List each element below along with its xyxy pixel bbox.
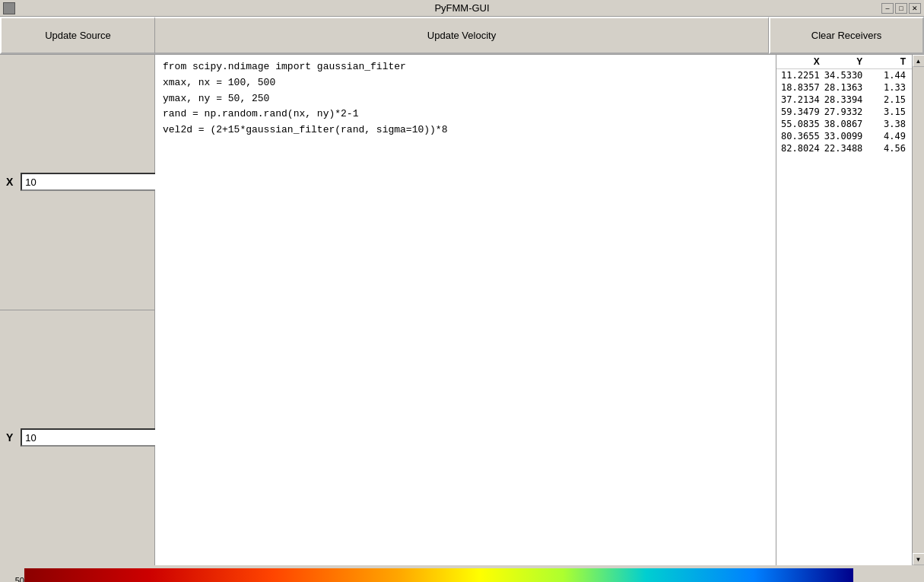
window-controls: – □ ✕ <box>881 3 921 14</box>
code-panel: from scipy.ndimage import gaussian_filte… <box>155 55 776 565</box>
table-row[interactable]: 59.347927.93323.15 <box>776 106 912 118</box>
cell-x-3: 59.3479 <box>780 107 823 117</box>
table-row[interactable]: 37.213428.33942.15 <box>776 94 912 106</box>
x-coord-row: X <box>0 55 154 310</box>
y-input[interactable] <box>21 428 157 447</box>
update-velocity-button[interactable]: Update Velocity <box>155 17 769 54</box>
col-x-header: X <box>780 56 823 67</box>
table-row[interactable]: 55.083538.08673.38 <box>776 118 912 130</box>
titlebar: PyFMM-GUI – □ ✕ <box>0 0 924 17</box>
col-t-header: T <box>865 56 909 67</box>
receivers-panel: X Y T 11.225134.53301.4418.835728.13631.… <box>776 55 924 565</box>
table-row[interactable]: 82.802422.34884.56 <box>776 142 912 154</box>
table-body: 11.225134.53301.4418.835728.13631.3337.2… <box>776 69 912 154</box>
table-row[interactable]: 80.365533.00994.49 <box>776 130 912 142</box>
cell-t-3: 3.15 <box>865 107 909 117</box>
minimize-button[interactable]: – <box>881 3 894 14</box>
cell-x-0: 11.2251 <box>780 70 823 81</box>
cell-t-0: 1.44 <box>865 70 909 81</box>
clear-receivers-button[interactable]: Clear Receivers <box>769 17 924 54</box>
x-input[interactable] <box>21 173 157 191</box>
cell-t-1: 1.33 <box>865 82 909 93</box>
y-axis: 0 10 20 30 40 50 <box>0 576 24 582</box>
plot-container: 0.3 0.6 0.9 1.2 1.5 1.8 2.1 <box>24 568 853 582</box>
table-row[interactable]: 18.835728.13631.33 <box>776 81 912 94</box>
scroll-up[interactable]: ▲ <box>913 55 925 67</box>
cell-t-4: 3.38 <box>865 119 909 129</box>
scroll-down[interactable]: ▼ <box>913 553 925 565</box>
cell-x-1: 18.8357 <box>780 82 823 93</box>
main-plot[interactable]: 0.3 0.6 0.9 1.2 1.5 1.8 2.1 <box>24 568 853 582</box>
window-title: PyFMM-GUI <box>434 2 489 14</box>
cell-t-5: 4.49 <box>865 131 909 142</box>
table-row[interactable]: 11.225134.53301.44 <box>776 69 912 81</box>
colorbar-container: 10 12 14 16 18 20 22 <box>853 568 905 582</box>
cell-x-2: 37.2134 <box>780 94 823 105</box>
cell-y-0: 34.5330 <box>823 70 866 81</box>
table-header: X Y T <box>776 55 912 69</box>
maximize-button[interactable]: □ <box>895 3 907 14</box>
cell-y-4: 38.0867 <box>823 119 866 129</box>
receivers-table: X Y T 11.225134.53301.4418.835728.13631.… <box>776 55 912 565</box>
cell-y-3: 27.9332 <box>823 107 866 117</box>
window-icon <box>3 2 15 14</box>
y-coord-row: Y <box>0 310 154 566</box>
y-label: Y <box>6 431 13 444</box>
chart-with-axes: 0 10 20 30 40 50 <box>0 568 853 582</box>
chart-area: 0 10 20 30 40 50 <box>0 565 924 582</box>
y-tick-50: 50 <box>0 576 24 582</box>
col-y-header: Y <box>823 56 866 67</box>
x-label: X <box>6 176 13 188</box>
cell-x-4: 55.0835 <box>780 119 823 129</box>
cell-t-6: 4.56 <box>865 143 909 154</box>
cell-y-6: 22.3488 <box>823 143 866 154</box>
main-content: X Y from scipy.ndimage import gaussian_f… <box>0 55 924 565</box>
cell-x-5: 80.3655 <box>780 131 823 142</box>
cell-y-2: 28.3394 <box>823 94 866 105</box>
cell-y-5: 33.0099 <box>823 131 866 142</box>
left-panel: X Y <box>0 55 155 565</box>
scrollbar[interactable]: ▲ ▼ <box>912 55 924 565</box>
heatmap-bg <box>24 568 853 582</box>
cell-y-1: 28.1363 <box>823 82 866 93</box>
toolbar: Update Source Update Velocity Clear Rece… <box>0 17 924 55</box>
cell-x-6: 82.8024 <box>780 143 823 154</box>
close-button[interactable]: ✕ <box>909 3 921 14</box>
cell-t-2: 2.15 <box>865 94 909 105</box>
update-source-button[interactable]: Update Source <box>0 17 155 54</box>
